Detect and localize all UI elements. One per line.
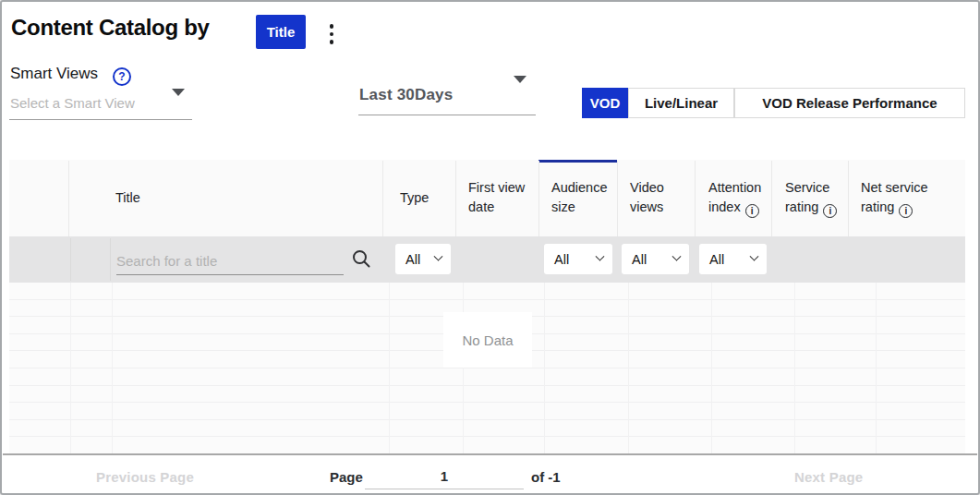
table-header: Title Type First view date Audience size… — [9, 160, 965, 236]
info-icon[interactable] — [823, 204, 837, 218]
audience-size-filter-select[interactable]: All — [544, 244, 612, 274]
help-icon[interactable] — [113, 67, 131, 86]
info-icon[interactable] — [745, 204, 759, 218]
table-row — [9, 283, 965, 300]
tab-live-linear[interactable]: Live/Linear — [628, 88, 734, 118]
column-header-audience-size[interactable]: Audience size — [551, 178, 611, 217]
group-by-title-button[interactable]: Title — [256, 15, 306, 49]
date-range-select[interactable]: Last 30Days — [359, 86, 453, 104]
title-search-input[interactable] — [116, 248, 344, 275]
chevron-down-icon[interactable] — [514, 76, 526, 83]
chevron-down-icon — [596, 252, 605, 261]
page-number-input[interactable] — [365, 464, 524, 489]
previous-page-button[interactable]: Previous Page — [96, 469, 194, 485]
column-header-type[interactable]: Type — [400, 188, 429, 208]
table-filter-row: All All All All — [9, 236, 965, 283]
table-row — [9, 437, 965, 454]
page-total-label: of -1 — [531, 469, 561, 485]
page-title: Content Catalog by — [11, 15, 210, 41]
attention-index-filter-select[interactable]: All — [699, 244, 767, 274]
video-views-filter-select[interactable]: All — [622, 244, 689, 274]
table-row — [9, 403, 965, 420]
content-mode-tabs: VOD Live/Linear VOD Release Performance — [582, 88, 965, 118]
next-page-button[interactable]: Next Page — [794, 469, 863, 485]
chevron-down-icon — [434, 252, 443, 261]
column-header-net-service-rating[interactable]: Net service rating — [861, 178, 950, 218]
table-body: No Data — [9, 283, 965, 454]
search-icon[interactable] — [351, 248, 371, 269]
chevron-down-icon[interactable] — [172, 89, 185, 96]
column-header-attention-index[interactable]: Attention index — [708, 178, 773, 218]
tab-vod-release-performance[interactable]: VOD Release Performance — [734, 88, 965, 118]
smart-views-label: Smart Views — [10, 65, 98, 83]
page-label: Page — [330, 469, 363, 485]
table-bottom-border — [3, 453, 977, 455]
column-header-video-views[interactable]: Video views — [630, 178, 674, 217]
smart-view-select[interactable]: Select a Smart View — [10, 95, 135, 111]
app-window: Content Catalog by Title Smart Views Sel… — [0, 0, 980, 495]
table-row — [9, 368, 965, 386]
table-row — [9, 420, 965, 438]
chevron-down-icon — [672, 252, 682, 261]
chevron-down-icon — [750, 252, 759, 261]
tab-vod[interactable]: VOD — [582, 88, 628, 118]
table-row — [9, 386, 965, 404]
date-range-underline — [358, 115, 536, 115]
column-header-first-view-date[interactable]: First view date — [468, 178, 531, 217]
type-filter-select[interactable]: All — [395, 244, 451, 274]
column-header-service-rating[interactable]: Service rating — [785, 178, 841, 218]
info-icon[interactable] — [899, 204, 913, 218]
active-column-indicator — [538, 160, 617, 163]
empty-state-message: No Data — [443, 312, 532, 368]
smart-view-underline — [9, 119, 192, 120]
kebab-menu-icon[interactable] — [325, 22, 338, 46]
column-header-title[interactable]: Title — [115, 188, 140, 208]
